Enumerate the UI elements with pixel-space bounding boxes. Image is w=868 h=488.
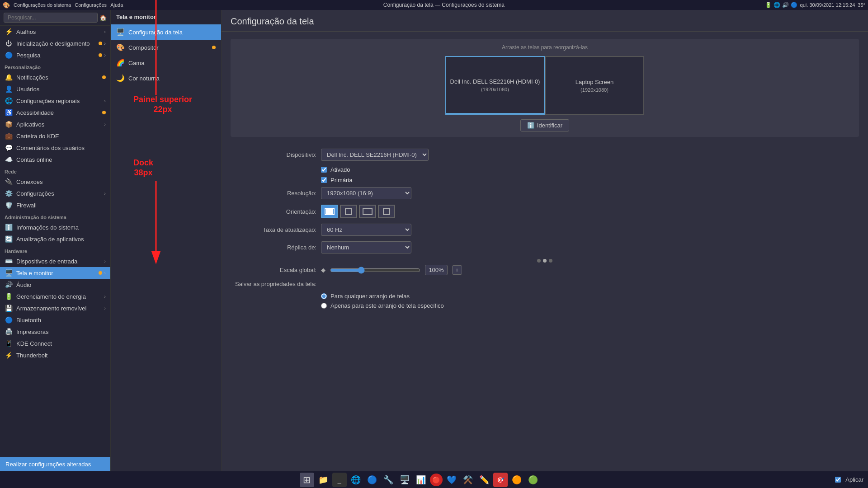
top-bar-right: 🔋 🌐 🔊 🔵 qui. 30/09/2021 12:15:24 35° — [765, 2, 865, 8]
sidebar-item-firewall[interactable]: 🛡️ Firewall — [0, 199, 110, 211]
dock-item-chrome[interactable]: 🔵 — [365, 473, 379, 487]
sidebar-item-kdeconnect[interactable]: 📱 KDE Connect — [0, 338, 110, 349]
resolution-label: Resolução: — [235, 190, 316, 197]
dock-item-pencil[interactable]: ✏️ — [477, 473, 491, 487]
sidebar-item-energy[interactable]: 🔋 Gerenciamento de energia › — [0, 291, 110, 302]
sidebar-item-sysinfo[interactable]: ℹ️ Informações do sistema — [0, 221, 110, 233]
svg-rect-7 — [363, 208, 372, 215]
sidebar-item-apps[interactable]: 📦 Aplicativos › — [0, 118, 110, 130]
middle-item-compositor[interactable]: 🎨 Compositor — [111, 40, 221, 55]
monitor-secondary[interactable]: Laptop Screen (868x488) — [545, 56, 644, 115]
monitor-dot — [99, 271, 102, 275]
scale-plus-button[interactable]: + — [452, 265, 462, 275]
menu-help[interactable]: Ajuda — [110, 2, 123, 8]
dock-item-settings[interactable]: ⊞ — [300, 473, 314, 487]
pesquisa-icon: 🔵 — [5, 52, 13, 59]
orient-btn-2[interactable] — [359, 205, 376, 218]
dock-item-terminal[interactable]: _ — [332, 473, 347, 487]
sidebar-item-printers[interactable]: 🖨️ Impressoras — [0, 326, 110, 338]
init-dot — [99, 42, 102, 45]
sidebar-item-bluetooth[interactable]: 🔵 Bluetooth — [0, 314, 110, 326]
sidebar-item-monitor[interactable]: 🖥️ Tela e monitor › — [0, 267, 110, 279]
sidebar-label-apps: Aplicativos — [16, 121, 44, 128]
identify-button[interactable]: ℹ️ Identificar — [520, 119, 569, 131]
sysinfo-icon: ℹ️ — [5, 224, 13, 231]
sidebar-label-updates: Atualização de aplicativos — [16, 236, 84, 243]
dock-item-app5[interactable]: 🟢 — [526, 473, 540, 487]
app-icon: 🎨 — [3, 2, 10, 9]
apply-check[interactable] — [835, 477, 841, 483]
device-select[interactable]: Dell Inc. DELL SE2216H (HDMI-0) — [321, 149, 429, 161]
sidebar-item-comentarios[interactable]: 💬 Comentários dos usuários — [0, 142, 110, 154]
resolution-select[interactable]: 868x488 (16:9) — [321, 187, 411, 199]
section-hardware: Hardware — [0, 245, 110, 255]
save-label: Salvar as propriedades da tela: — [235, 281, 316, 287]
sidebar-label-printers: Impressoras — [16, 328, 49, 335]
storage-arrow: › — [104, 305, 106, 311]
dock-item-app2[interactable]: ⚒️ — [461, 473, 475, 487]
sidebar-item-config-rede[interactable]: ⚙️ Configurações › — [0, 188, 110, 199]
config-rede-arrow: › — [104, 191, 106, 196]
sidebar-item-regional[interactable]: 🌐 Configurações regionais › — [0, 95, 110, 107]
notif-dot — [102, 75, 106, 79]
pesquisa-arrow: › — [104, 52, 106, 58]
temperature: 35° — [858, 2, 865, 8]
orient-btn-1[interactable] — [340, 205, 357, 218]
dock-item-app3[interactable]: 🎯 — [493, 473, 508, 487]
sidebar-item-init[interactable]: ⏻ Inicialização e desligamento › — [0, 38, 110, 49]
dock-item-vm[interactable]: 🖥️ — [397, 473, 412, 487]
radio-any-input[interactable] — [321, 293, 327, 299]
scale-diamond-icon: ◆ — [321, 267, 326, 273]
replicate-control: Nenhum — [321, 241, 411, 253]
dock-item-monitor2[interactable]: 📊 — [414, 473, 428, 487]
orient-btn-0[interactable] — [321, 205, 338, 218]
sidebar-item-usuarios[interactable]: 👤 Usuários — [0, 83, 110, 95]
sidebar-item-audio[interactable]: 🔊 Áudio — [0, 279, 110, 291]
monitor-primary[interactable]: Dell Inc. DELL SE2216H (HDMI-0) (1920x10… — [445, 56, 545, 115]
apply-changes-bar[interactable]: Realizar configurações alteradas — [0, 457, 110, 471]
dock-item-chromium[interactable]: 🌐 — [349, 473, 363, 487]
middle-item-cor-noturna[interactable]: 🌙 Cor noturna — [111, 70, 221, 86]
sidebar-search-area: 🏠 — [0, 10, 110, 26]
sidebar-item-conexoes[interactable]: 🔌 Conexões — [0, 176, 110, 188]
monitor-displays: Dell Inc. DELL SE2216H (HDMI-0) (1920x10… — [236, 56, 854, 115]
sidebar-item-thunderbolt[interactable]: ⚡ Thunderbolt — [0, 349, 110, 361]
radio-any: Para qualquer arranjo de telas — [321, 293, 854, 300]
sidebar-item-pesquisa[interactable]: 🔵 Pesquisa › — [0, 49, 110, 61]
menu-config[interactable]: Configurações — [75, 2, 107, 8]
menu-system[interactable]: Configurações do sistema — [14, 2, 71, 8]
section-admin: Administração do sistema — [0, 211, 110, 221]
orient-btn-3[interactable] — [378, 205, 395, 218]
sidebar-item-storage[interactable]: 💾 Armazenamento removível › — [0, 302, 110, 314]
scale-slider[interactable] — [330, 267, 420, 274]
refresh-select[interactable]: 60 Hz — [321, 224, 411, 236]
search-input[interactable] — [4, 13, 98, 23]
regional-icon: 🌐 — [5, 97, 13, 104]
dock-item-vscode[interactable]: 💙 — [444, 473, 459, 487]
sidebar-item-acess[interactable]: ♿ Acessibilidade — [0, 107, 110, 118]
atalhos-icon: ⚡ — [5, 28, 13, 35]
enabled-checkbox[interactable] — [321, 167, 327, 173]
kdeconnect-icon: 📱 — [5, 340, 13, 347]
sidebar-item-notificacoes[interactable]: 🔔 Notificações — [0, 71, 110, 83]
sidebar-item-carteira[interactable]: 💼 Carteira do KDE — [0, 130, 110, 142]
dock-item-app1[interactable]: 🔴 — [430, 474, 443, 486]
dock-item-files[interactable]: 📁 — [316, 473, 330, 487]
sidebar-label-sysinfo: Informações do sistema — [16, 224, 79, 231]
svg-rect-5 — [326, 209, 333, 214]
middle-item-gama[interactable]: 🌈 Gama — [111, 55, 221, 70]
gama-icon: 🌈 — [116, 59, 125, 67]
middle-item-config-tela[interactable]: 🖥️ Configuração da tela — [111, 24, 221, 40]
replicate-select[interactable]: Nenhum — [321, 241, 411, 253]
sidebar-item-devices[interactable]: ⌨️ Dispositivos de entrada › — [0, 255, 110, 267]
sidebar-item-atalhos[interactable]: ⚡ Atalhos › — [0, 26, 110, 38]
home-button[interactable]: 🏠 — [99, 14, 107, 21]
compositor-icon: 🎨 — [116, 43, 125, 52]
dock-item-app4[interactable]: 🟠 — [509, 473, 524, 487]
dock-item-tool1[interactable]: 🔧 — [381, 473, 396, 487]
radio-specific-input[interactable] — [321, 303, 327, 309]
sidebar-item-contas[interactable]: ☁️ Contas online — [0, 154, 110, 165]
primary-checkbox[interactable] — [321, 177, 327, 183]
notif-icon: 🔔 — [5, 74, 13, 81]
sidebar-item-updates[interactable]: 🔄 Atualização de aplicativos — [0, 233, 110, 245]
